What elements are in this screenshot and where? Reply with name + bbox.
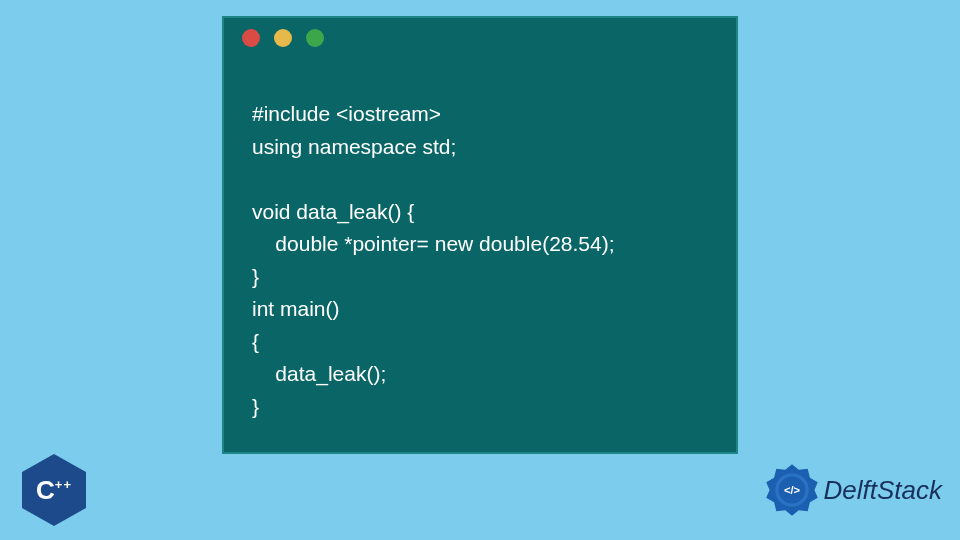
svg-text:</>: </>	[783, 484, 800, 496]
hexagon-icon: C++	[22, 454, 86, 526]
cpp-c: C	[36, 475, 55, 505]
cpp-logo: C++	[22, 454, 86, 526]
close-icon	[242, 29, 260, 47]
delftstack-logo: </> DelftStack	[764, 462, 943, 518]
code-block: #include <iostream> using namespace std;…	[224, 58, 736, 443]
maximize-icon	[306, 29, 324, 47]
gear-icon: </>	[764, 462, 820, 518]
code-panel: #include <iostream> using namespace std;…	[222, 16, 738, 454]
window-titlebar	[224, 18, 736, 58]
brand-name: DelftStack	[824, 475, 943, 506]
cpp-letter: C++	[36, 475, 72, 506]
cpp-plus: ++	[55, 477, 72, 492]
minimize-icon	[274, 29, 292, 47]
